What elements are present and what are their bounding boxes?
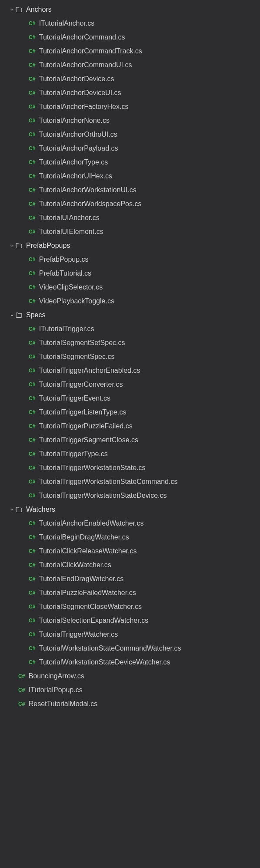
file-row[interactable]: C#TutorialSegmentSpec.cs [0, 350, 260, 364]
file-label: TutorialSegmentSpec.cs [39, 350, 115, 364]
file-row[interactable]: C#ITutorialPopup.cs [0, 683, 260, 697]
file-row[interactable]: C#TutorialUIElement.cs [0, 225, 260, 239]
file-row[interactable]: C#VideoClipSelector.cs [0, 280, 260, 294]
file-row[interactable]: C#TutorialTriggerConverter.cs [0, 378, 260, 391]
csharp-file-icon: C# [18, 669, 25, 683]
file-row[interactable]: C#TutorialAnchorPayload.cs [0, 141, 260, 155]
file-row[interactable]: C#TutorialAnchorEnabledWatcher.cs [0, 516, 260, 530]
csharp-file-icon: C# [29, 628, 36, 641]
file-label: TutorialAnchorWorkstationUI.cs [39, 183, 137, 197]
file-row[interactable]: C#TutorialTriggerWorkstationState.cs [0, 461, 260, 475]
file-row[interactable]: C#PrefabTutorial.cs [0, 266, 260, 280]
file-row[interactable]: C#TutorialTriggerPuzzleFailed.cs [0, 419, 260, 433]
chevron-down-icon[interactable] [9, 313, 15, 318]
file-label: TutorialTriggerWorkstationStateCommand.c… [39, 475, 178, 489]
csharp-file-icon: C# [29, 30, 36, 44]
csharp-file-icon: C# [29, 86, 36, 100]
file-row[interactable]: C#TutorialTriggerSegmentClose.cs [0, 433, 260, 447]
csharp-file-icon: C# [29, 197, 36, 211]
file-row[interactable]: C#ITutorialTrigger.cs [0, 322, 260, 336]
file-row[interactable]: C#TutorialAnchorCommandTrack.cs [0, 44, 260, 58]
csharp-file-icon: C# [29, 530, 36, 544]
file-row[interactable]: C#PrefabPopup.cs [0, 253, 260, 266]
file-label: TutorialAnchorWorldspacePos.cs [39, 197, 142, 211]
csharp-file-icon: C# [29, 141, 36, 155]
csharp-file-icon: C# [29, 433, 36, 447]
file-row[interactable]: C#TutorialWorkstationStateCommandWatcher… [0, 641, 260, 655]
file-row[interactable]: C#TutorialAnchorWorldspacePos.cs [0, 197, 260, 211]
csharp-file-icon: C# [29, 294, 36, 308]
csharp-file-icon: C# [29, 100, 36, 114]
file-row[interactable]: C#TutorialClickWatcher.cs [0, 558, 260, 572]
csharp-file-icon: C# [29, 336, 36, 350]
file-row[interactable]: C#TutorialSelectionExpandWatcher.cs [0, 614, 260, 628]
file-row[interactable]: C#TutorialSegmentCloseWatcher.cs [0, 600, 260, 614]
file-row[interactable]: C#TutorialTriggerAnchorEnabled.cs [0, 364, 260, 378]
file-row[interactable]: C#TutorialPuzzleFailedWatcher.cs [0, 586, 260, 600]
chevron-down-icon[interactable] [9, 243, 15, 248]
file-label: TutorialTriggerAnchorEnabled.cs [39, 364, 140, 378]
file-row[interactable]: C#TutorialAnchorOrthoUI.cs [0, 128, 260, 141]
csharp-file-icon: C# [29, 516, 36, 530]
csharp-file-icon: C# [29, 114, 36, 128]
file-label: TutorialTriggerSegmentClose.cs [39, 433, 138, 447]
csharp-file-icon: C# [18, 697, 25, 711]
chevron-down-icon[interactable] [9, 7, 15, 12]
file-row[interactable]: C#TutorialAnchorCommand.cs [0, 30, 260, 44]
file-row[interactable]: C#BouncingArrow.cs [0, 669, 260, 683]
file-row[interactable]: C#TutorialAnchorNone.cs [0, 114, 260, 128]
folder-row[interactable]: Anchors [0, 3, 260, 16]
file-label: TutorialTriggerListenType.cs [39, 405, 127, 419]
file-label: ITutorialAnchor.cs [39, 16, 94, 30]
csharp-file-icon: C# [29, 128, 36, 141]
file-row[interactable]: C#ResetTutorialModal.cs [0, 697, 260, 711]
file-row[interactable]: C#TutorialAnchorDeviceUI.cs [0, 86, 260, 100]
csharp-file-icon: C# [29, 16, 36, 30]
csharp-file-icon: C# [29, 572, 36, 586]
csharp-file-icon: C# [29, 447, 36, 461]
file-row[interactable]: C#TutorialSegmentSetSpec.cs [0, 336, 260, 350]
folder-label: PrefabPopups [26, 239, 70, 253]
file-row[interactable]: C#TutorialAnchorDevice.cs [0, 72, 260, 86]
file-row[interactable]: C#TutorialAnchorUIHex.cs [0, 169, 260, 183]
file-label: TutorialAnchorType.cs [39, 155, 108, 169]
file-label: TutorialAnchorFactoryHex.cs [39, 100, 129, 114]
csharp-file-icon: C# [29, 378, 36, 391]
csharp-file-icon: C# [29, 364, 36, 378]
file-row[interactable]: C#TutorialTriggerType.cs [0, 447, 260, 461]
file-row[interactable]: C#TutorialAnchorType.cs [0, 155, 260, 169]
csharp-file-icon: C# [29, 641, 36, 655]
file-row[interactable]: C#TutorialWorkstationStateDeviceWatcher.… [0, 655, 260, 669]
file-row[interactable]: C#TutorialBeginDragWatcher.cs [0, 530, 260, 544]
file-label: TutorialClickReleaseWatcher.cs [39, 544, 137, 558]
csharp-file-icon: C# [29, 225, 36, 239]
file-row[interactable]: C#TutorialEndDragWatcher.cs [0, 572, 260, 586]
file-row[interactable]: C#TutorialTriggerWatcher.cs [0, 628, 260, 641]
file-row[interactable]: C#TutorialTriggerListenType.cs [0, 405, 260, 419]
file-row[interactable]: C#TutorialClickReleaseWatcher.cs [0, 544, 260, 558]
file-row[interactable]: C#TutorialTriggerWorkstationStateDevice.… [0, 489, 260, 503]
folder-row[interactable]: PrefabPopups [0, 239, 260, 253]
file-row[interactable]: C#TutorialTriggerEvent.cs [0, 391, 260, 405]
file-label: TutorialAnchorEnabledWatcher.cs [39, 516, 144, 530]
file-label: PrefabTutorial.cs [39, 266, 91, 280]
file-label: TutorialAnchorNone.cs [39, 114, 110, 128]
file-label: TutorialTriggerWorkstationStateDevice.cs [39, 489, 167, 503]
folder-row[interactable]: Specs [0, 308, 260, 322]
csharp-file-icon: C# [29, 280, 36, 294]
file-row[interactable]: C#ITutorialAnchor.cs [0, 16, 260, 30]
chevron-down-icon[interactable] [9, 507, 15, 512]
file-label: TutorialAnchorCommandTrack.cs [39, 44, 142, 58]
file-row[interactable]: C#TutorialAnchorFactoryHex.cs [0, 100, 260, 114]
file-row[interactable]: C#TutorialAnchorWorkstationUI.cs [0, 183, 260, 197]
file-row[interactable]: C#TutorialUIAnchor.cs [0, 211, 260, 225]
file-label: TutorialSelectionExpandWatcher.cs [39, 614, 148, 628]
file-row[interactable]: C#TutorialAnchorCommandUI.cs [0, 58, 260, 72]
file-row[interactable]: C#VideoPlaybackToggle.cs [0, 294, 260, 308]
csharp-file-icon: C# [29, 419, 36, 433]
file-label: TutorialPuzzleFailedWatcher.cs [39, 586, 136, 600]
file-row[interactable]: C#TutorialTriggerWorkstationStateCommand… [0, 475, 260, 489]
csharp-file-icon: C# [29, 266, 36, 280]
folder-row[interactable]: Watchers [0, 503, 260, 516]
file-label: TutorialUIAnchor.cs [39, 211, 100, 225]
